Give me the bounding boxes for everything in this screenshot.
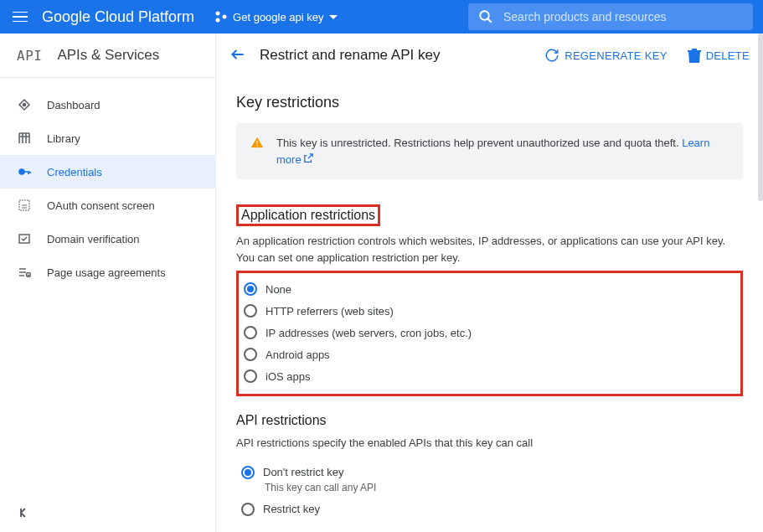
radio-restrict-key[interactable]: Restrict key [238,498,743,520]
usage-icon [17,265,32,280]
radio-icon [244,348,257,361]
divider [0,77,215,78]
sidebar-item-label: OAuth consent screen [47,199,155,212]
radio-label: Restrict key [263,503,320,515]
sidebar-item-dashboard[interactable]: Dashboard [0,88,215,121]
warning-text: This key is unrestricted. Restrictions h… [276,137,682,149]
page-title: Restrict and rename API key [260,47,440,64]
api-restrictions-radio-group: Don't restrict key This key can call any… [236,457,743,527]
search-icon [478,9,493,24]
sidebar-item-label: Credentials [47,166,102,178]
radio-icon [244,326,257,339]
sidebar-item-label: Library [47,132,80,145]
sidebar-item-credentials[interactable]: Credentials [0,155,215,189]
delete-key-button[interactable]: DELETE [688,48,750,63]
svg-point-4 [23,104,26,106]
project-name: Get google api key [233,11,323,23]
sidebar-title: APIs & Services [57,47,159,64]
back-arrow-icon[interactable] [229,46,246,65]
regenerate-key-button[interactable]: REGENERATE KEY [544,48,667,63]
collapse-sidebar-icon[interactable] [17,506,30,522]
radio-label: HTTP referrers (web sites) [266,305,394,318]
delete-label: DELETE [706,49,750,62]
api-logo-icon: API [17,48,42,64]
sidebar-item-domain[interactable]: Domain verification [0,222,215,256]
radio-label: Don't restrict key [263,466,343,478]
external-link-icon [303,153,313,163]
warning-box: This key is unrestricted. Restrictions h… [236,123,743,179]
sidebar-item-library[interactable]: Library [0,121,215,155]
sidebar-item-usage[interactable]: Page usage agreements [0,256,215,289]
dashboard-icon [17,97,32,112]
radio-icon [241,503,255,516]
svg-point-3 [480,11,489,20]
radio-icon [244,304,257,318]
search-box[interactable] [468,3,753,30]
api-restrictions-desc: API restrictions specify the enabled API… [236,435,743,452]
app-restrictions-title: Application restrictions [236,204,380,226]
radio-dont-restrict[interactable]: Don't restrict key [238,462,743,483]
sidebar-item-oauth[interactable]: OAuth consent screen [0,189,215,222]
radio-sublabel: This key can call any API [265,482,743,493]
sidebar-item-label: Domain verification [47,233,140,245]
verify-icon [17,231,32,246]
radio-label: None [266,283,291,296]
consent-icon [17,198,32,213]
radio-icon [241,466,255,479]
chevron-down-icon [329,15,338,19]
svg-point-1 [216,18,220,23]
radio-label: Android apps [266,349,330,361]
warning-icon [250,135,265,168]
svg-point-2 [223,15,227,19]
project-icon [214,10,228,23]
page-header: Restrict and rename API key REGENERATE K… [216,34,763,77]
project-selector[interactable]: Get google api key [214,10,337,23]
radio-label: iOS apps [266,370,310,383]
sidebar-item-label: Page usage agreements [47,266,166,279]
radio-android[interactable]: Android apps [240,343,740,365]
refresh-icon [544,48,559,63]
trash-icon [688,48,701,63]
svg-point-5 [19,169,24,174]
sidebar-item-label: Dashboard [47,99,101,111]
sidebar-header[interactable]: API APIs & Services [0,34,215,77]
topbar: Google Cloud Platform Get google api key [0,0,763,34]
key-icon [17,164,32,179]
regenerate-label: REGENERATE KEY [565,49,667,62]
radio-http-referrers[interactable]: HTTP referrers (web sites) [240,300,740,322]
key-restrictions-title: Key restrictions [236,94,743,111]
app-restrictions-desc: An application restriction controls whic… [236,233,743,266]
radio-label: IP addresses (web servers, cron jobs, et… [266,327,472,339]
radio-none[interactable]: None [240,278,740,300]
svg-point-0 [216,12,220,16]
sidebar: API APIs & Services Dashboard Library Cr… [0,34,216,532]
radio-icon [244,369,257,383]
api-restrictions-title: API restrictions [236,413,743,428]
hamburger-menu-icon[interactable] [10,7,30,27]
scrollbar-thumb[interactable] [758,34,763,201]
app-restrictions-radio-group: None HTTP referrers (web sites) IP addre… [236,271,743,396]
search-input[interactable] [503,10,743,23]
radio-ios[interactable]: iOS apps [240,365,740,387]
library-icon [17,131,32,146]
scrollbar[interactable] [758,34,763,532]
radio-ip-addresses[interactable]: IP addresses (web servers, cron jobs, et… [240,322,740,343]
main-content: Restrict and rename API key REGENERATE K… [216,34,763,532]
radio-icon [244,282,257,296]
gcp-title[interactable]: Google Cloud Platform [42,8,194,26]
